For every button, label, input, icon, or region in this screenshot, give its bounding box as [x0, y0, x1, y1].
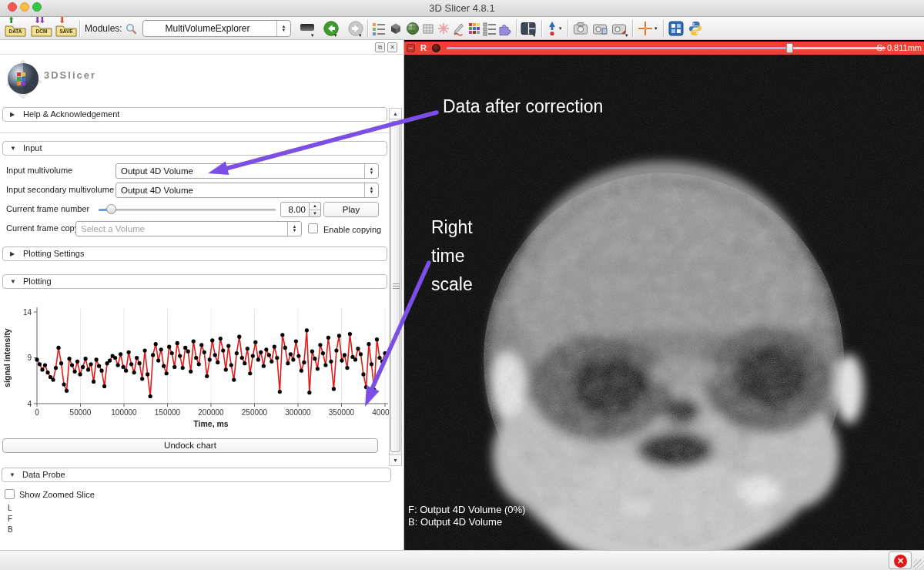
frame-number-value[interactable]: 8.00	[280, 202, 310, 217]
foreground-volume-label: F: Output 4D Volume (0%)	[408, 504, 525, 516]
svg-text:Time, ms: Time, ms	[193, 419, 228, 428]
close-panel-icon[interactable]: ✕	[387, 42, 397, 52]
step-up-icon[interactable]: ▲	[310, 203, 320, 210]
toolbar-separator	[367, 20, 368, 37]
slice-view-red: – R S: 0.811mm	[404, 40, 924, 550]
scene-view-icon[interactable]	[592, 21, 608, 36]
extensions-icon[interactable]	[497, 21, 512, 36]
transforms-icon[interactable]	[437, 21, 450, 36]
input-multivolume-selector[interactable]: Output 4D Volume ▲▼	[116, 163, 379, 179]
history-caret-icon[interactable]: ▾	[311, 33, 314, 38]
mri-axial-slice	[404, 55, 924, 550]
section-plotting-settings[interactable]: ▶ Plotting Settings	[2, 246, 387, 261]
slider-handle[interactable]	[106, 204, 116, 214]
scroll-up-icon[interactable]: ▲	[390, 109, 401, 119]
module-selector[interactable]: MultiVolumeExplorer ▲▼	[142, 20, 291, 37]
scroll-down-icon[interactable]: ▼	[390, 454, 401, 465]
module-list-icon[interactable]	[372, 21, 386, 36]
back-caret-icon[interactable]: ▾	[334, 33, 337, 38]
crosshair-caret-icon[interactable]: ▾	[654, 26, 658, 31]
markups-icon[interactable]	[452, 21, 466, 36]
toolbar-separator	[632, 20, 633, 37]
resize-grip[interactable]	[913, 559, 924, 570]
scroll-grip-icon	[393, 283, 400, 290]
toolbar-separator	[79, 20, 80, 37]
expanded-triangle-icon: ▼	[10, 275, 16, 288]
svg-text:14: 14	[23, 308, 32, 317]
panel-scrollbar[interactable]: ▲ ▼	[389, 108, 402, 466]
section-plotting[interactable]: ▼ Plotting	[2, 274, 387, 289]
section-divider	[0, 132, 390, 133]
collapsed-triangle-icon: ▶	[10, 247, 15, 260]
window-title: 3D Slicer 4.8.1	[0, 0, 924, 17]
combo-arrows-icon: ▲▼	[287, 222, 301, 236]
volume-rendering-icon[interactable]	[389, 21, 403, 36]
load-dicom-button[interactable]: ⬇⬇ DCM	[31, 18, 52, 39]
module-search-icon[interactable]	[126, 23, 137, 35]
python-console-icon[interactable]	[688, 21, 703, 36]
expanded-triangle-icon: ▼	[10, 142, 16, 155]
toolbar-separator	[663, 20, 664, 37]
slice-offset-slider[interactable]	[447, 42, 886, 55]
save-button[interactable]: ⬇ SAVE	[55, 18, 77, 39]
app-window: 3D Slicer 4.8.1 ⬆ DATA ⬇⬇ DCM ⬇ SAVE Mod…	[0, 0, 924, 570]
svg-text:0: 0	[35, 408, 39, 417]
frame-number-stepper[interactable]: ▲ ▼	[310, 202, 321, 217]
mouse-interaction-icon[interactable]	[546, 21, 558, 36]
scene-view-restore-icon[interactable]	[611, 21, 627, 36]
probe-row-b: B	[8, 525, 13, 534]
module-panel: ⧉ ✕ 3DSlicer ▶ Help & Acknowledgement ▼	[0, 40, 404, 550]
load-data-button[interactable]: ⬆ DATA	[5, 18, 26, 39]
section-data-probe[interactable]: ▼ Data Probe	[2, 468, 391, 482]
undock-panel-icon[interactable]: ⧉	[375, 42, 385, 52]
slider-handle[interactable]	[786, 43, 793, 53]
toolbar-separator	[516, 20, 517, 37]
scrollbar-thumb[interactable]	[390, 121, 400, 452]
slider-track-filled[interactable]	[447, 47, 786, 49]
module-history-icon[interactable]	[300, 24, 314, 32]
title-bar: 3D Slicer 4.8.1	[0, 0, 924, 17]
intensity-chart: 4914050000100000150000200000250000300000…	[2, 303, 393, 438]
background-volume-label: B: Output 4D Volume	[408, 516, 525, 528]
layout-caret-icon[interactable]: ▾	[533, 33, 536, 38]
segmentation-icon[interactable]	[406, 21, 420, 36]
section-input[interactable]: ▼ Input	[2, 141, 387, 156]
crosshair-icon[interactable]	[638, 21, 653, 36]
toolbar-separator	[567, 20, 568, 37]
svg-text:signal intensity: signal intensity	[2, 328, 12, 387]
slider-track[interactable]	[793, 47, 886, 49]
input-secondary-selector[interactable]: Output 4D Volume ▲▼	[116, 183, 379, 198]
frame-copy-selector[interactable]: Select a Volume ▲▼	[75, 221, 302, 236]
screenshot-icon[interactable]	[573, 21, 588, 36]
slice-image[interactable]: Data after correction Right time scale F…	[404, 55, 924, 550]
show-zoomed-slice-checkbox[interactable]	[5, 489, 15, 499]
extension-manager-icon[interactable]	[668, 21, 684, 36]
undock-chart-button[interactable]: Undock chart	[2, 438, 378, 453]
toolbar-separator	[541, 20, 542, 37]
slice-menu-pin-icon[interactable]	[432, 44, 440, 52]
scene-view-caret-icon[interactable]: ▾	[625, 33, 628, 38]
annotation-right-time-scale: Right time scale	[431, 213, 473, 299]
mouse-mode-caret-icon[interactable]: ▾	[559, 26, 562, 31]
error-log-button[interactable]: ✕	[889, 552, 912, 569]
svg-text:350000: 350000	[329, 408, 355, 417]
frame-number-slider[interactable]	[97, 202, 277, 217]
probe-row-f: F	[8, 515, 12, 523]
enable-copying-checkbox[interactable]	[308, 223, 318, 233]
colors-icon[interactable]	[467, 21, 481, 36]
panel-divider	[0, 54, 404, 55]
subject-hierarchy-icon[interactable]	[483, 21, 497, 36]
play-button[interactable]: Play	[323, 202, 379, 217]
section-help-acknowledgement[interactable]: ▶ Help & Acknowledgement	[2, 107, 387, 122]
collapse-controller-icon[interactable]: –	[407, 44, 415, 52]
step-down-icon[interactable]: ▼	[310, 210, 320, 216]
slicer-logo-text: 3DSlicer	[44, 69, 96, 81]
forward-caret-icon[interactable]: ▾	[359, 33, 362, 38]
mesh-model-icon[interactable]	[421, 21, 435, 36]
collapsed-triangle-icon: ▶	[10, 108, 15, 121]
slider-track[interactable]	[99, 209, 276, 211]
expanded-triangle-icon: ▼	[9, 468, 15, 481]
svg-text:150000: 150000	[155, 408, 181, 417]
module-selector-value: MultiVolumeExplorer	[143, 21, 272, 36]
svg-text:200000: 200000	[198, 408, 224, 417]
